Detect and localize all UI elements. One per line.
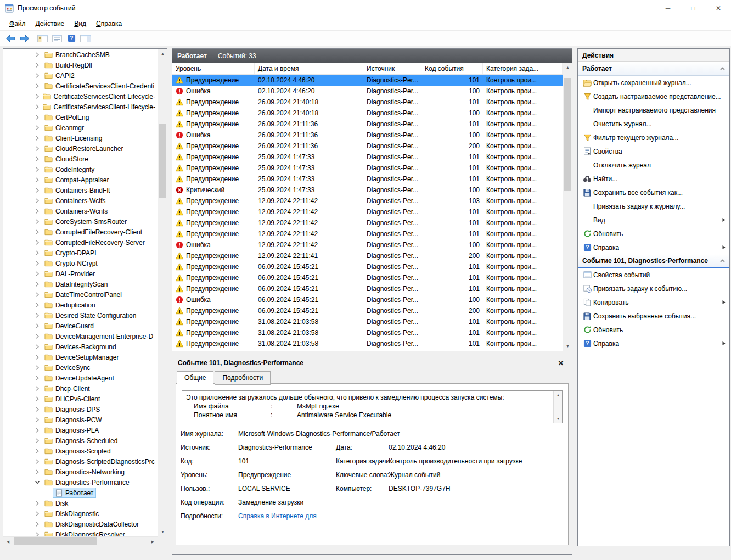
actions-section-header[interactable]: Событие 101, Diagnostics-Performance bbox=[578, 254, 729, 268]
action-item[interactable]: Привязать задачу к журналу... bbox=[578, 199, 729, 213]
scroll-down-icon[interactable]: ▼ bbox=[158, 527, 167, 536]
show-hide-action-pane-icon[interactable] bbox=[78, 32, 93, 45]
tree-item[interactable]: Diagnosis-PCW bbox=[3, 415, 158, 425]
tree-item[interactable]: Работает bbox=[3, 488, 158, 498]
tree-item[interactable]: Client-Licensing bbox=[3, 133, 158, 143]
chevron-right-icon[interactable] bbox=[35, 355, 42, 360]
chevron-right-icon[interactable] bbox=[35, 177, 42, 182]
chevron-right-icon[interactable] bbox=[35, 323, 42, 328]
event-row[interactable]: Предупреждение31.08.2024 21:03:58Diagnos… bbox=[172, 327, 563, 338]
chevron-right-icon[interactable] bbox=[35, 188, 42, 193]
event-row[interactable]: Предупреждение12.09.2024 22:11:42Diagnos… bbox=[172, 206, 563, 217]
menu-file[interactable]: Файл bbox=[4, 18, 31, 30]
chevron-right-icon[interactable] bbox=[35, 407, 42, 412]
tree-item[interactable]: Crypto-DPAPI bbox=[3, 248, 158, 258]
scroll-right-icon[interactable]: ▶ bbox=[148, 537, 158, 546]
event-row[interactable]: Предупреждение06.09.2024 15:45:21Diagnos… bbox=[172, 305, 563, 316]
tree-item[interactable]: DeviceGuard bbox=[3, 321, 158, 331]
tree-item[interactable]: CloudRestoreLauncher bbox=[3, 143, 158, 154]
event-row[interactable]: Предупреждение26.09.2024 21:11:36Diagnos… bbox=[172, 141, 563, 152]
chevron-right-icon[interactable] bbox=[35, 282, 42, 287]
scroll-down-icon[interactable]: ▼ bbox=[563, 341, 572, 351]
action-item[interactable]: Копировать bbox=[578, 295, 729, 309]
event-row[interactable]: Ошибка26.09.2024 21:11:36Diagnostics-Per… bbox=[172, 130, 563, 141]
tree-item[interactable]: Diagnostics-Networking bbox=[3, 467, 158, 477]
action-item[interactable]: Вид bbox=[578, 213, 729, 227]
event-row[interactable]: Предупреждение12.09.2024 22:11:42Diagnos… bbox=[172, 228, 563, 239]
back-icon[interactable] bbox=[3, 32, 18, 45]
scrollbar-thumb[interactable] bbox=[564, 78, 571, 191]
event-row[interactable]: Предупреждение12.09.2024 22:11:42Diagnos… bbox=[172, 195, 563, 206]
tree-item[interactable]: Desired State Configuration bbox=[3, 310, 158, 321]
tree-item[interactable]: Compat-Appraiser bbox=[3, 175, 158, 185]
tree-item[interactable]: Deduplication bbox=[3, 300, 158, 310]
tree-item[interactable]: CertificateServicesClient-Lifecycle- bbox=[3, 102, 158, 112]
chevron-right-icon[interactable] bbox=[35, 209, 42, 214]
chevron-right-icon[interactable] bbox=[35, 240, 42, 245]
action-item[interactable]: Отключить журнал bbox=[578, 158, 729, 172]
online-help-link[interactable]: Справка в Интернете для bbox=[238, 512, 317, 520]
chevron-right-icon[interactable] bbox=[35, 104, 41, 109]
chevron-right-icon[interactable] bbox=[35, 344, 42, 349]
chevron-right-icon[interactable] bbox=[35, 83, 42, 88]
tree-item[interactable]: BranchCacheSMB bbox=[3, 49, 158, 60]
tree-item[interactable]: Diagnosis-Scripted bbox=[3, 446, 158, 456]
chevron-right-icon[interactable] bbox=[35, 532, 42, 536]
menu-action[interactable]: Действие bbox=[31, 18, 70, 30]
event-row[interactable]: Предупреждение26.09.2024 21:40:18Diagnos… bbox=[172, 97, 563, 108]
event-row[interactable]: Критический25.09.2024 1:47:33Diagnostics… bbox=[172, 184, 563, 195]
chevron-right-icon[interactable] bbox=[35, 376, 42, 380]
scroll-up-icon[interactable]: ▲ bbox=[563, 63, 572, 72]
tree-item[interactable]: Diagnosis-Scheduled bbox=[3, 435, 158, 446]
tree-item[interactable]: DAL-Provider bbox=[3, 268, 158, 279]
chevron-right-icon[interactable] bbox=[35, 313, 42, 318]
tree-item[interactable]: Diagnosis-ScriptedDiagnosticsPrc bbox=[3, 456, 158, 467]
event-row[interactable]: Предупреждение06.09.2024 15:45:21Diagnos… bbox=[172, 261, 563, 272]
tree-item[interactable]: Cleanmgr bbox=[3, 122, 158, 133]
event-row[interactable]: Предупреждение26.09.2024 21:40:18Diagnos… bbox=[172, 108, 563, 119]
column-header[interactable]: Категория зада... bbox=[483, 63, 563, 74]
tree-item[interactable]: DiskDiagnosticDataCollector bbox=[3, 519, 158, 529]
chevron-down-icon[interactable] bbox=[35, 480, 42, 485]
tree-item[interactable]: Containers-BindFlt bbox=[3, 185, 158, 195]
action-item[interactable]: Сохранить все события как... bbox=[578, 186, 729, 199]
collapse-section-icon[interactable] bbox=[719, 258, 726, 264]
action-item[interactable]: Сохранить выбранные события... bbox=[578, 309, 729, 323]
scrollbar-thumb[interactable] bbox=[159, 124, 166, 198]
maximize-button[interactable]: □ bbox=[681, 0, 706, 16]
tree-item[interactable]: Dhcp-Client bbox=[3, 383, 158, 394]
event-row[interactable]: Предупреждение31.08.2024 21:03:58Diagnos… bbox=[172, 316, 563, 327]
chevron-right-icon[interactable] bbox=[35, 292, 42, 297]
chevron-right-icon[interactable] bbox=[35, 469, 42, 474]
tree-item[interactable]: Crypto-NCrypt bbox=[3, 258, 158, 268]
chevron-right-icon[interactable] bbox=[35, 73, 42, 78]
scroll-down-icon[interactable]: ▼ bbox=[554, 415, 563, 423]
help-icon[interactable]: ? bbox=[64, 32, 78, 45]
tree-item[interactable]: Diagnosis-DPS bbox=[3, 404, 158, 415]
tree-item[interactable]: CAPI2 bbox=[3, 70, 158, 81]
chevron-right-icon[interactable] bbox=[35, 271, 42, 276]
tab-general[interactable]: Общие bbox=[177, 371, 213, 385]
action-item[interactable]: Импорт настраиваемого представления bbox=[578, 103, 729, 117]
event-row[interactable]: Предупреждение31.08.2024 21:03:58Diagnos… bbox=[172, 338, 563, 349]
tree-item[interactable]: CloudStore bbox=[3, 154, 158, 164]
chevron-right-icon[interactable] bbox=[35, 115, 42, 120]
scroll-up-icon[interactable]: ▲ bbox=[158, 49, 167, 58]
chevron-right-icon[interactable] bbox=[35, 438, 42, 443]
chevron-right-icon[interactable] bbox=[35, 511, 42, 516]
chevron-right-icon[interactable] bbox=[35, 396, 42, 401]
event-row[interactable]: Предупреждение25.09.2024 1:47:33Diagnost… bbox=[172, 152, 563, 163]
action-item[interactable]: Фильтр текущего журнала... bbox=[578, 131, 729, 144]
tree-item[interactable]: DeviceSync bbox=[3, 362, 158, 373]
column-header[interactable]: Уровень bbox=[172, 63, 255, 74]
chevron-right-icon[interactable] bbox=[35, 219, 42, 224]
chevron-right-icon[interactable] bbox=[35, 63, 42, 68]
description-scrollbar[interactable]: ▲ ▼ bbox=[553, 391, 562, 423]
actions-section-header[interactable]: Работает bbox=[578, 62, 729, 76]
event-row[interactable]: Предупреждение02.10.2024 4:46:20Diagnost… bbox=[172, 75, 563, 86]
tree-item[interactable]: DeviceUpdateAgent bbox=[3, 373, 158, 383]
event-row[interactable]: Ошибка12.09.2024 22:11:42Diagnostics-Per… bbox=[172, 239, 563, 250]
event-row[interactable]: Предупреждение12.09.2024 22:11:42Diagnos… bbox=[172, 217, 563, 228]
action-item[interactable]: Создать настраиваемое представление... bbox=[578, 89, 729, 103]
chevron-right-icon[interactable] bbox=[35, 417, 42, 422]
